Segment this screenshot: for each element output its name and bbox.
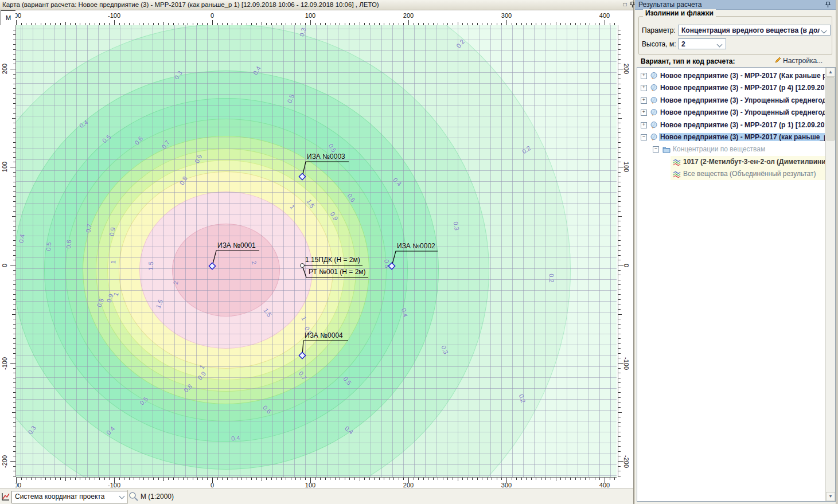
param-select[interactable]: Концентрация вредного вещества (в дол [678,25,831,36]
map-title: Карта (вариант расчета: Новое предприяти… [2,1,379,8]
tree-item[interactable]: +Новое предприятие (3) - МРР-2017 (Как р… [637,70,835,82]
maximize-button[interactable]: □ [621,1,629,9]
axis-tick-label: -100 [623,357,630,370]
axis-tick-label: -200 [623,455,630,468]
emission-source-label: ИЗА №0001 [217,241,256,249]
map-status-bar: Система координат проекта М (1:2000) [0,489,633,504]
tree-item-label: Новое предприятие (3) - МРР-2017 (Как ра… [660,72,825,80]
emission-source-marker[interactable] [209,263,215,269]
expand-box[interactable]: + [641,110,647,116]
isolines-icon [673,158,681,168]
expand-box[interactable]: + [641,97,647,104]
results-panel-header: Результаты расчета [635,0,836,10]
axis-tick-label: 400 [599,12,610,19]
axis-tick-label: -100 [108,482,120,489]
axis-tick-label: 300 [501,482,512,489]
param-label: Параметр: [642,26,676,34]
calc-variant-icon [650,121,658,131]
chevron-down-icon [717,42,723,48]
axis-tick-label: 200 [403,482,414,489]
receptor-point-label: РТ №001 (Н = 2м) [309,268,366,276]
height-label: Высота, м: [642,40,676,48]
axis-tick-label: 200 [15,12,21,19]
map-scale-label: М (1:2000) [141,493,174,501]
variant-label: Вариант, тип и код расчета: [641,57,735,65]
axis-tick-label: 0 [211,482,214,489]
calc-variant-icon [650,84,658,94]
tree-item-concentrations[interactable]: −Концентрации по веществам [637,143,835,155]
tree-leaf-label: Все вещества (Объединённый результат) [683,170,825,178]
tree-item-label: Новое предприятие (3) - МРР-2017 (р 1) [… [660,121,825,129]
map-window: Карта (вариант расчета: Новое предприяти… [0,0,634,504]
chevron-down-icon [119,494,125,499]
ruler-top: 200-1000100200300400 [15,10,617,26]
tree-item[interactable]: −Новое предприятие (3) - МРР-2017 (как р… [637,131,835,143]
results-panel: Результаты расчета Изолинии и флажки Пар… [635,0,836,504]
tree-item[interactable]: +Новое предприятие (3) - Упрощенный сред… [637,107,835,119]
calc-variant-icon [650,108,658,119]
scroll-down-button[interactable]: ▼ [826,492,835,501]
tree-leaf-substance[interactable]: Все вещества (Объединённый результат) [637,168,835,180]
axis-tick-label: 200 [623,64,630,74]
expand-box[interactable]: + [641,85,647,91]
axis-tick-label: -200 [1,455,8,468]
app-root: Карта (вариант расчета: Новое предприяти… [0,0,838,504]
settings-button[interactable]: Настройка... [783,57,823,65]
tree-item[interactable]: +Новое предприятие (3) - МРР-2017 (р 1) … [637,119,835,131]
height-select[interactable]: 2 [678,38,726,49]
calc-variant-icon [650,72,658,82]
map-canvas[interactable]: 0.30.20.40.30.50.20.40.50.60.70.90.50.80… [16,25,617,478]
tree-item-label: Новое предприятие (3) - МРР-2017 (р 4) [… [660,84,825,92]
folder-icon [662,145,671,155]
ruler-bottom: 200-1000100200300400 [15,478,617,489]
isolines-group-title: Изолинии и флажки [643,9,716,17]
axis-tick-label: 200 [1,64,8,74]
isolines-groupbox [638,16,832,55]
axis-tick-label: 200 [403,12,414,19]
emission-source-label: ИЗА №0003 [307,153,345,161]
collapse-box[interactable]: − [641,134,647,140]
pdk-value-label: 1.15ПДК (Н = 2м) [305,256,360,264]
tree-scrollbar[interactable]: ▲ ▼ [825,68,835,501]
ruler-left: 2001000-100-200 [0,25,16,477]
calc-variant-icon [650,133,658,143]
axis-tick-label: 200 [15,482,21,489]
emission-source-marker[interactable] [299,173,305,179]
axis-tick-label: 0 [211,12,214,19]
emission-source-label: ИЗА №0002 [397,242,435,250]
emission-source-marker[interactable] [299,352,305,358]
axis-tick-label: -100 [1,357,8,370]
status-separator [127,490,128,503]
scroll-up-button[interactable]: ▲ [826,68,835,77]
panel-pin-icon[interactable] [825,1,831,8]
scroll-thumb[interactable] [827,77,835,140]
coordinate-system-select[interactable]: Система координат проекта [11,491,128,503]
tree-item-label: Концентрации по веществам [673,145,825,153]
receptor-point-marker[interactable] [301,264,305,268]
height-value: 2 [681,40,685,48]
axis-tick-label: 100 [1,162,8,172]
tree-item[interactable]: +Новое предприятие (3) - МРР-2017 (р 4) … [637,82,835,94]
isolines-icon [673,170,681,180]
emission-source-marker[interactable] [388,263,395,269]
tree-item[interactable]: +Новое предприятие (3) - Упрощенный сред… [637,95,835,107]
tree-leaf-label: 1017 (2-Метилбут-3-ен-2-ол (Диметилвинил [683,158,825,166]
coordinate-system-value: Система координат проекта [15,493,104,501]
tree-leaf-substance[interactable]: 1017 (2-Метилбут-3-ен-2-ол (Диметилвинил [637,156,835,168]
map-titlebar: Карта (вариант расчета: Новое предприяти… [0,0,633,10]
tree-item-label: Новое предприятие (3) - Упрощенный средн… [660,96,825,104]
emission-source-label: ИЗА №0004 [305,331,343,339]
coordinate-system-icon [1,492,10,501]
expand-box[interactable]: + [641,122,647,128]
axis-tick-label: 300 [501,12,512,19]
collapse-box[interactable]: − [653,146,659,153]
results-tree: +Новое предприятие (3) - МРР-2017 (Как р… [637,67,836,502]
ruler-right: 2001000-100-200 [618,25,633,477]
axis-tick-label: 100 [305,12,315,19]
axis-tick-label: 400 [599,482,610,489]
expand-box[interactable]: + [641,73,647,79]
magnifier-icon[interactable] [128,491,139,502]
axis-tick-label: 100 [305,482,315,489]
axis-tick-label: 0 [1,264,8,267]
axis-tick-label: -100 [108,12,120,19]
